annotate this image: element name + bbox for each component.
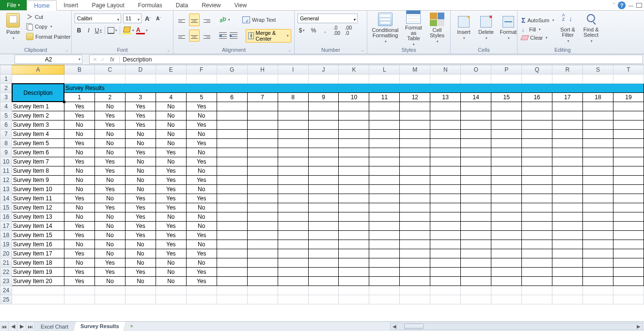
cell[interactable] — [491, 194, 522, 203]
cell[interactable] — [217, 120, 247, 130]
cell[interactable] — [308, 102, 339, 111]
cell-label[interactable]: Survey Item 16 — [12, 240, 64, 249]
cell[interactable] — [430, 295, 461, 304]
tab-data[interactable]: Data — [169, 0, 195, 10]
cell[interactable] — [613, 185, 644, 194]
cell[interactable] — [552, 157, 583, 166]
cell-label[interactable]: Survey Item 17 — [12, 249, 64, 258]
cell[interactable] — [430, 130, 461, 139]
cell[interactable] — [613, 148, 644, 157]
col-header-L[interactable]: L — [369, 65, 400, 75]
cell[interactable] — [369, 102, 400, 111]
cell[interactable] — [461, 194, 491, 203]
cell[interactable] — [247, 240, 278, 249]
cell[interactable]: Yes — [125, 148, 156, 157]
cell[interactable] — [278, 75, 308, 84]
cell[interactable]: Yes — [64, 157, 94, 166]
cell[interactable] — [247, 212, 278, 222]
cell[interactable] — [491, 212, 522, 222]
cell[interactable] — [613, 176, 644, 185]
cell[interactable] — [156, 75, 186, 84]
cell[interactable] — [613, 102, 644, 111]
cell[interactable]: Yes — [64, 194, 94, 203]
cell[interactable] — [64, 295, 94, 304]
cell[interactable]: Yes — [186, 277, 217, 286]
row-header-16[interactable]: 16 — [0, 212, 12, 222]
row-header-19[interactable]: 19 — [0, 240, 12, 249]
cell[interactable] — [308, 185, 339, 194]
cell[interactable] — [369, 185, 400, 194]
cell[interactable] — [369, 194, 400, 203]
cell[interactable] — [461, 295, 491, 304]
cell[interactable]: Yes — [186, 249, 217, 258]
cell[interactable] — [582, 166, 613, 176]
cell[interactable]: No — [94, 249, 125, 258]
cell[interactable] — [552, 130, 583, 139]
cell[interactable] — [491, 166, 522, 176]
row-header-17[interactable]: 17 — [0, 222, 12, 231]
cell[interactable] — [582, 203, 613, 212]
cell[interactable] — [125, 295, 156, 304]
cell[interactable] — [247, 286, 278, 295]
cell[interactable] — [613, 111, 644, 120]
cell[interactable] — [552, 212, 583, 222]
cell[interactable]: Yes — [125, 111, 156, 120]
formula-input[interactable]: Description — [120, 56, 643, 63]
cell[interactable] — [308, 75, 339, 84]
cell[interactable] — [430, 157, 461, 166]
col-header-D[interactable]: D — [125, 65, 156, 75]
horizontal-scrollbar[interactable]: ◀ ▶ — [390, 323, 643, 330]
cell[interactable]: No — [125, 249, 156, 258]
cell[interactable] — [369, 157, 400, 166]
cell[interactable] — [552, 222, 583, 231]
cell[interactable] — [552, 249, 583, 258]
cell-label[interactable]: Survey Item 12 — [12, 203, 64, 212]
cell[interactable]: Yes — [94, 258, 125, 268]
cell[interactable] — [369, 75, 400, 84]
cell[interactable]: No — [125, 185, 156, 194]
cell[interactable]: No — [156, 130, 186, 139]
cell[interactable] — [369, 111, 400, 120]
row-header-18[interactable]: 18 — [0, 231, 12, 240]
cell[interactable] — [308, 277, 339, 286]
cell[interactable] — [217, 277, 247, 286]
tab-formulas[interactable]: Formulas — [131, 0, 169, 10]
cell[interactable]: No — [64, 185, 94, 194]
cell[interactable] — [430, 249, 461, 258]
tab-view[interactable]: View — [228, 0, 254, 10]
increase-indent-button[interactable] — [229, 31, 238, 40]
cut-button[interactable]: Cut — [25, 13, 72, 21]
cell[interactable] — [582, 212, 613, 222]
cell[interactable] — [400, 111, 430, 120]
row-header-15[interactable]: 15 — [0, 203, 12, 212]
cell[interactable] — [247, 194, 278, 203]
cell[interactable] — [247, 258, 278, 268]
cell[interactable]: No — [186, 111, 217, 120]
cell[interactable] — [522, 295, 552, 304]
col-number-9[interactable]: 9 — [308, 93, 339, 102]
cell[interactable]: No — [94, 231, 125, 240]
cell[interactable] — [400, 212, 430, 222]
cell[interactable] — [369, 139, 400, 148]
cell-styles-button[interactable]: Cell Styles — [427, 12, 447, 45]
cell[interactable] — [613, 222, 644, 231]
cell-label[interactable]: Survey Item 7 — [12, 157, 64, 166]
cell[interactable] — [522, 249, 552, 258]
cell[interactable] — [64, 75, 94, 84]
cell[interactable] — [582, 258, 613, 268]
cell[interactable] — [582, 194, 613, 203]
cell[interactable]: Yes — [186, 102, 217, 111]
cell[interactable]: Yes — [94, 166, 125, 176]
cell[interactable] — [613, 212, 644, 222]
cell[interactable]: No — [186, 222, 217, 231]
cell-label[interactable]: Survey Item 8 — [12, 166, 64, 176]
cell[interactable] — [94, 295, 125, 304]
row-header-7[interactable]: 7 — [0, 130, 12, 139]
cell[interactable] — [461, 166, 491, 176]
cell[interactable] — [582, 222, 613, 231]
col-number-1[interactable]: 1 — [64, 93, 94, 102]
cell[interactable]: Yes — [156, 185, 186, 194]
cell[interactable]: No — [94, 240, 125, 249]
cell[interactable]: No — [94, 148, 125, 157]
cell[interactable] — [491, 277, 522, 286]
